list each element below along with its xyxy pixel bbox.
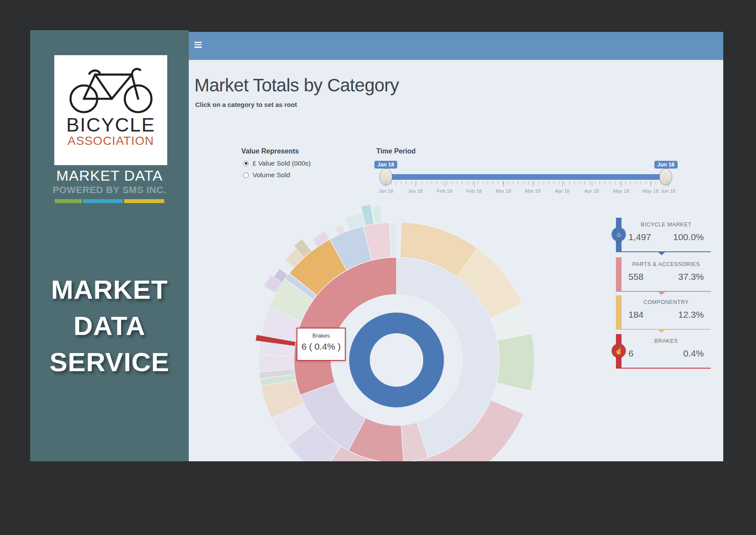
breadcrumb-color-bar (616, 295, 622, 330)
slider-tick-label: Jan 18 (378, 188, 394, 194)
sunburst-spike[interactable] (372, 206, 382, 224)
breadcrumb-label: BRAKES (622, 338, 711, 344)
tooltip-value: 6 ( 0.4% ) (297, 341, 345, 352)
top-navbar (189, 32, 723, 60)
sunburst-segment[interactable] (497, 334, 534, 391)
sunburst-segment[interactable] (259, 355, 294, 372)
bicycle-icon (65, 61, 157, 114)
home-icon[interactable]: ⌂ (612, 227, 626, 241)
market-data-service-heading: MARKETDATASERVICE (30, 272, 189, 380)
slider-tick-labels: Jan 18Jan 18Feb 18Feb 18Mar 18Mar 18Apr … (386, 188, 670, 194)
breadcrumb-underline (622, 329, 711, 330)
radio-option-label: £ Value Sold (000s) (253, 160, 311, 167)
page-subtitle: Click on a category to set as root (195, 101, 297, 108)
slider-tick-label: Feb 18 (466, 188, 482, 194)
heading-line: MARKET (30, 272, 189, 308)
value-represents-label: Value Represents (241, 147, 299, 155)
breadcrumb-color-bar (616, 257, 622, 292)
caret-down-icon (658, 330, 665, 333)
hand-icon[interactable]: ☝ (612, 344, 626, 358)
heading-line: SERVICE (30, 344, 189, 380)
page-title: Market Totals by Category (194, 75, 399, 96)
chart-tooltip: Brakes 6 ( 0.4% ) (297, 328, 346, 361)
breadcrumb-percent: 0.4% (683, 348, 704, 359)
slider-tick-label: Mar 18 (496, 188, 511, 194)
app-window: BICYCLE ASSOCIATION MARKET DATA POWERED … (0, 0, 756, 535)
brand-color-bars (55, 199, 164, 203)
breadcrumb-label: BICYCLE MARKET (622, 222, 711, 228)
breadcrumb-value: 558 (628, 272, 644, 282)
slider-tick-label: Feb 18 (437, 188, 453, 194)
breadcrumb-percent: 100.0% (673, 232, 704, 242)
breadcrumb-underline (622, 251, 711, 252)
breadcrumb-value: 184 (628, 310, 644, 320)
slider-ticks (386, 181, 670, 187)
main-content: Market Totals by Category Click on a cat… (189, 32, 723, 461)
tooltip-category-name: Brakes (297, 332, 345, 339)
logo-text-association: ASSOCIATION (54, 135, 167, 147)
slider-end-badge: Jun 18 (654, 161, 678, 169)
sidebar-powered-by-label: POWERED BY SMS INC. (30, 185, 189, 196)
slider-tick-label: Jan 18 (408, 188, 423, 194)
sidebar: BICYCLE ASSOCIATION MARKET DATA POWERED … (30, 30, 189, 461)
radio-selected-icon[interactable] (243, 161, 249, 166)
breadcrumb-item-brakes[interactable]: BRAKES60.4%☝ (616, 334, 711, 369)
sunburst-chart[interactable] (233, 196, 560, 461)
slider-tick-label: May 18 (613, 188, 629, 194)
slider-tick-label: Apr 18 (555, 188, 570, 194)
breadcrumb-value: 6 (628, 348, 634, 359)
hamburger-menu-icon[interactable] (194, 42, 202, 48)
time-period-label: Time Period (376, 147, 415, 155)
breadcrumb-percent: 12.3% (678, 310, 704, 320)
caret-down-icon (658, 252, 665, 255)
breadcrumb-percent: 37.3% (678, 272, 704, 282)
brand-bar (124, 199, 164, 203)
slider-track[interactable] (386, 174, 666, 180)
slider-tick-label: May 18 (642, 188, 659, 194)
brand-bar (55, 199, 82, 203)
slider-tick-label: Mar 18 (525, 188, 540, 194)
breadcrumb-label: PARTS & ACCESSORIES (622, 261, 711, 267)
bicycle-association-logo: BICYCLE ASSOCIATION (54, 55, 167, 165)
breadcrumb-underline (622, 368, 711, 369)
logo-text-bicycle: BICYCLE (54, 116, 167, 135)
breadcrumb-item-parts-accessories[interactable]: PARTS & ACCESSORIES55837.3% (616, 257, 711, 292)
breadcrumb-value: 1,497 (628, 232, 651, 242)
breadcrumb-underline (622, 291, 711, 292)
heading-line: DATA (30, 308, 189, 344)
caret-down-icon (658, 292, 665, 295)
radio-option-value-sold[interactable]: £ Value Sold (000s) (243, 160, 311, 167)
sidebar-market-data-label: MARKET DATA (30, 167, 189, 184)
radio-option-label: Volume Sold (253, 171, 290, 179)
sunburst-root-ring[interactable] (359, 323, 434, 397)
slider-tick-label: Jun 18 (661, 188, 676, 194)
slider-start-badge: Jan 18 (375, 161, 397, 169)
brand-bar (83, 199, 123, 203)
breadcrumb-item-componentry[interactable]: COMPONENTRY18412.3% (616, 295, 711, 330)
radio-unselected-icon[interactable] (243, 172, 249, 178)
breadcrumb-label: COMPONENTRY (622, 299, 711, 305)
breadcrumb-item-bicycle-market[interactable]: BICYCLE MARKET1,497100.0%⌂ (616, 218, 711, 252)
slider-tick-label: Apr 18 (584, 188, 599, 194)
radio-option-volume-sold[interactable]: Volume Sold (243, 171, 290, 179)
